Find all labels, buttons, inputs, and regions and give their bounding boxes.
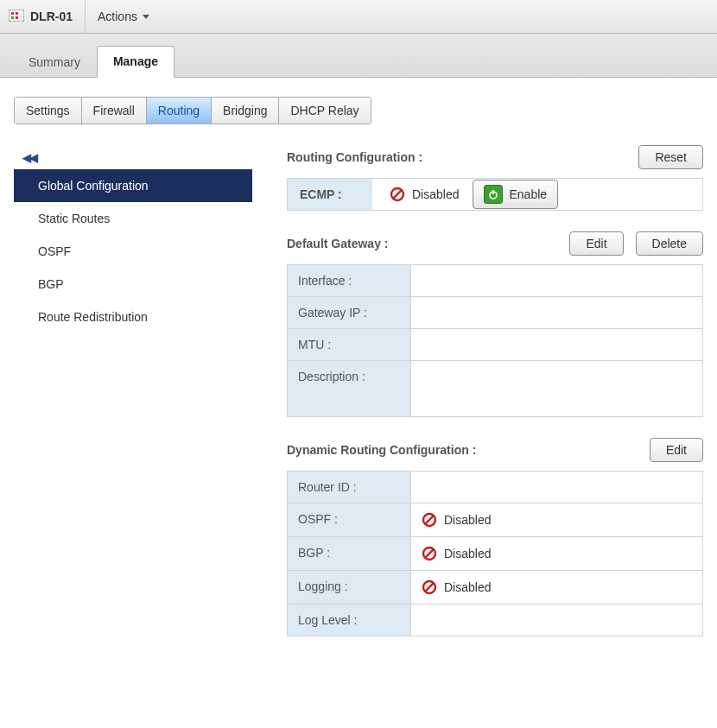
ecmp-status-text: Disabled <box>412 187 459 201</box>
edit-button[interactable]: Edit <box>569 231 623 256</box>
svg-rect-4 <box>16 12 18 15</box>
sidebar: ◀◀ Global Configuration Static Routes OS… <box>14 145 252 333</box>
section-default-gateway: Default Gateway : Edit Delete Interface … <box>287 231 703 417</box>
title-bar: DLR-01 Actions <box>0 0 717 34</box>
default-gateway-title: Default Gateway : <box>287 237 569 250</box>
subtab-firewall[interactable]: Firewall <box>82 98 147 123</box>
svg-rect-6 <box>16 16 18 19</box>
default-gateway-table: Interface : Gateway IP : MTU : Descripti… <box>287 264 703 417</box>
row-val: Disabled <box>411 571 702 604</box>
subtab-routing[interactable]: Routing <box>147 98 212 123</box>
table-row: OSPF : Disabled <box>288 503 702 536</box>
section-dynamic-routing: Dynamic Routing Configuration : Edit Rou… <box>287 438 703 636</box>
row-key: Log Level : <box>288 605 411 636</box>
ecmp-label: ECMP : <box>288 179 372 210</box>
disabled-icon <box>422 579 437 595</box>
sidebar-item-ospf[interactable]: OSPF <box>14 235 252 268</box>
svg-rect-3 <box>11 12 14 15</box>
row-key: MTU : <box>288 329 411 360</box>
row-val <box>411 265 702 296</box>
reset-button[interactable]: Reset <box>638 145 703 169</box>
subtab-settings[interactable]: Settings <box>15 98 82 123</box>
row-val <box>411 605 702 636</box>
actions-menu[interactable]: Actions <box>86 9 162 23</box>
main-tabs: Summary Manage <box>0 34 717 78</box>
sidebar-item-global-configuration[interactable]: Global Configuration <box>14 169 252 202</box>
disabled-icon <box>422 546 437 561</box>
sidebar-item-static-routes[interactable]: Static Routes <box>14 202 252 235</box>
row-key: Interface : <box>288 265 411 296</box>
dynamic-routing-table: Router ID : OSPF : Disabled BGP : Disabl… <box>287 471 703 636</box>
row-val: Disabled <box>411 503 702 536</box>
table-row: MTU : <box>288 328 702 360</box>
vm-icon <box>9 9 24 24</box>
row-key: OSPF : <box>288 503 411 536</box>
row-val <box>411 472 702 503</box>
row-val <box>411 329 702 360</box>
enable-button[interactable]: Enable <box>473 180 558 209</box>
collapse-left-icon: ◀◀ <box>22 151 36 164</box>
sidebar-item-bgp[interactable]: BGP <box>14 268 252 301</box>
section-routing-config: Routing Configuration : Reset ECMP : Dis… <box>287 145 703 211</box>
sidebar-collapse[interactable]: ◀◀ <box>14 145 252 169</box>
table-row: Log Level : <box>288 604 702 636</box>
row-val-text: Disabled <box>444 547 491 560</box>
ecmp-status: Disabled <box>390 187 459 202</box>
subtab-dhcp-relay[interactable]: DHCP Relay <box>279 98 370 123</box>
svg-rect-5 <box>11 16 14 19</box>
disabled-icon <box>390 187 405 202</box>
row-key: Description : <box>288 361 411 416</box>
edit-button[interactable]: Edit <box>650 438 703 462</box>
tab-summary[interactable]: Summary <box>12 47 97 78</box>
svg-rect-2 <box>9 9 24 22</box>
row-val-text: Disabled <box>444 580 491 594</box>
chevron-down-icon <box>143 15 149 19</box>
enable-label: Enable <box>509 187 547 201</box>
sub-tabs: Settings Firewall Routing Bridging DHCP … <box>14 97 371 124</box>
row-val: Disabled <box>411 537 702 570</box>
actions-label: Actions <box>98 9 137 23</box>
dynamic-routing-title: Dynamic Routing Configuration : <box>287 443 650 457</box>
tab-manage[interactable]: Manage <box>97 46 174 78</box>
table-row: Gateway IP : <box>288 296 702 328</box>
row-val <box>411 297 702 328</box>
sidebar-item-route-redistribution[interactable]: Route Redistribution <box>14 301 252 333</box>
row-key: Gateway IP : <box>288 297 411 328</box>
row-key: Router ID : <box>288 472 411 503</box>
row-val <box>411 361 702 416</box>
table-row: Interface : <box>288 265 702 296</box>
power-icon <box>484 185 503 204</box>
routing-config-title: Routing Configuration : <box>287 150 638 164</box>
delete-button[interactable]: Delete <box>636 231 703 256</box>
table-row: Description : <box>288 360 702 416</box>
table-row: Router ID : <box>288 472 702 503</box>
content-area: Routing Configuration : Reset ECMP : Dis… <box>287 145 703 657</box>
table-row: Logging : Disabled <box>288 570 702 604</box>
row-key: BGP : <box>288 537 411 570</box>
disabled-icon <box>422 512 437 528</box>
row-val-text: Disabled <box>444 513 491 527</box>
row-key: Logging : <box>288 571 411 604</box>
subtab-bridging[interactable]: Bridging <box>212 98 279 123</box>
page-title: DLR-01 <box>30 9 85 23</box>
table-row: BGP : Disabled <box>288 536 702 570</box>
